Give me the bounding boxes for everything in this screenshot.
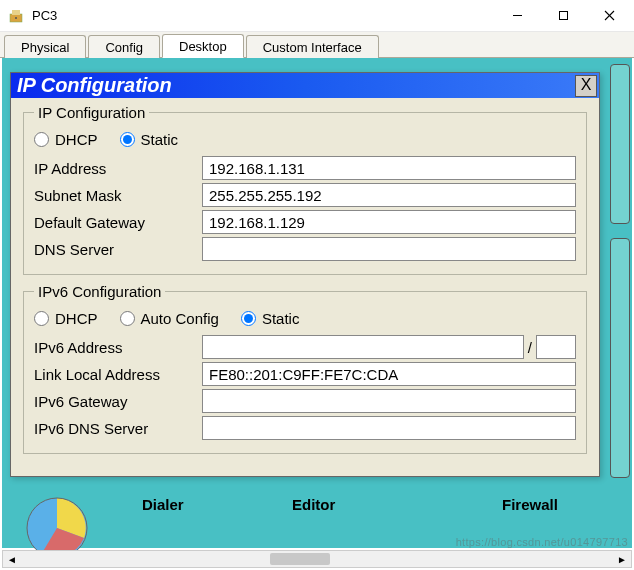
link-local-input[interactable] <box>202 362 576 386</box>
scroll-left-button[interactable]: ◄ <box>3 551 21 567</box>
ipv6-group: IPv6 Configuration DHCP Auto Config Stat… <box>23 283 587 454</box>
dns-server-input[interactable] <box>202 237 576 261</box>
ipv6-prefix-input[interactable] <box>536 335 576 359</box>
ipv4-dhcp-radio[interactable] <box>34 132 49 147</box>
ipv4-static-radio[interactable] <box>120 132 135 147</box>
ip-config-dialog: IP Configuration X IP Configuration DHCP… <box>10 72 600 477</box>
tab-physical[interactable]: Physical <box>4 35 86 58</box>
dialog-titlebar[interactable]: IP Configuration X <box>11 73 599 98</box>
ipv6-auto-radio[interactable] <box>120 311 135 326</box>
os-titlebar: PC3 <box>0 0 634 32</box>
ip-address-input[interactable] <box>202 156 576 180</box>
link-local-label: Link Local Address <box>34 366 202 383</box>
ip-address-label: IP Address <box>34 160 202 177</box>
bg-panel <box>610 238 630 478</box>
app-icon <box>8 8 24 24</box>
ipv4-legend: IP Configuration <box>34 104 149 121</box>
ipv4-dhcp-option[interactable]: DHCP <box>34 131 98 148</box>
desktop-icon-editor-label[interactable]: Editor <box>292 496 335 513</box>
watermark: https://blog.csdn.net/u014797713 <box>456 536 628 548</box>
window-title: PC3 <box>32 8 57 23</box>
scroll-thumb[interactable] <box>270 553 330 565</box>
default-gateway-label: Default Gateway <box>34 214 202 231</box>
tab-config[interactable]: Config <box>88 35 160 58</box>
horizontal-scrollbar[interactable]: ◄ ► <box>2 550 632 568</box>
ipv6-address-input[interactable] <box>202 335 524 359</box>
ipv6-dhcp-option[interactable]: DHCP <box>34 310 98 327</box>
tab-desktop[interactable]: Desktop <box>162 34 244 58</box>
prefix-slash: / <box>528 339 532 356</box>
desktop-area: Dialer Editor Firewall IP Configuration … <box>2 58 632 548</box>
svg-rect-4 <box>559 12 567 20</box>
subnet-mask-label: Subnet Mask <box>34 187 202 204</box>
dialog-close-button[interactable]: X <box>575 75 597 97</box>
svg-point-2 <box>15 17 17 19</box>
ipv6-legend: IPv6 Configuration <box>34 283 165 300</box>
dialog-body: IP Configuration DHCP Static IP Address <box>11 98 599 476</box>
default-gateway-input[interactable] <box>202 210 576 234</box>
close-button[interactable] <box>586 1 632 31</box>
minimize-button[interactable] <box>494 1 540 31</box>
ipv6-mode-row: DHCP Auto Config Static <box>34 310 576 327</box>
subnet-mask-input[interactable] <box>202 183 576 207</box>
dialog-title: IP Configuration <box>17 74 172 97</box>
ipv4-group: IP Configuration DHCP Static IP Address <box>23 104 587 275</box>
ipv6-dns-label: IPv6 DNS Server <box>34 420 202 437</box>
dns-server-label: DNS Server <box>34 241 202 258</box>
scroll-right-button[interactable]: ► <box>613 551 631 567</box>
ipv6-static-option[interactable]: Static <box>241 310 300 327</box>
scroll-track[interactable] <box>21 551 613 567</box>
desktop-icon-dialer-label[interactable]: Dialer <box>142 496 184 513</box>
ipv6-gateway-label: IPv6 Gateway <box>34 393 202 410</box>
ipv6-auto-option[interactable]: Auto Config <box>120 310 219 327</box>
ipv6-gateway-input[interactable] <box>202 389 576 413</box>
ipv6-static-radio[interactable] <box>241 311 256 326</box>
bg-panel <box>610 64 630 224</box>
ipv6-address-label: IPv6 Address <box>34 339 202 356</box>
ipv6-dhcp-radio[interactable] <box>34 311 49 326</box>
ipv4-static-option[interactable]: Static <box>120 131 179 148</box>
tab-custom-interface[interactable]: Custom Interface <box>246 35 379 58</box>
tab-bar: Physical Config Desktop Custom Interface <box>0 32 634 58</box>
maximize-button[interactable] <box>540 1 586 31</box>
ipv6-dns-input[interactable] <box>202 416 576 440</box>
desktop-icon-firewall-label[interactable]: Firewall <box>502 496 558 513</box>
ipv4-mode-row: DHCP Static <box>34 131 576 148</box>
svg-rect-1 <box>12 10 20 15</box>
